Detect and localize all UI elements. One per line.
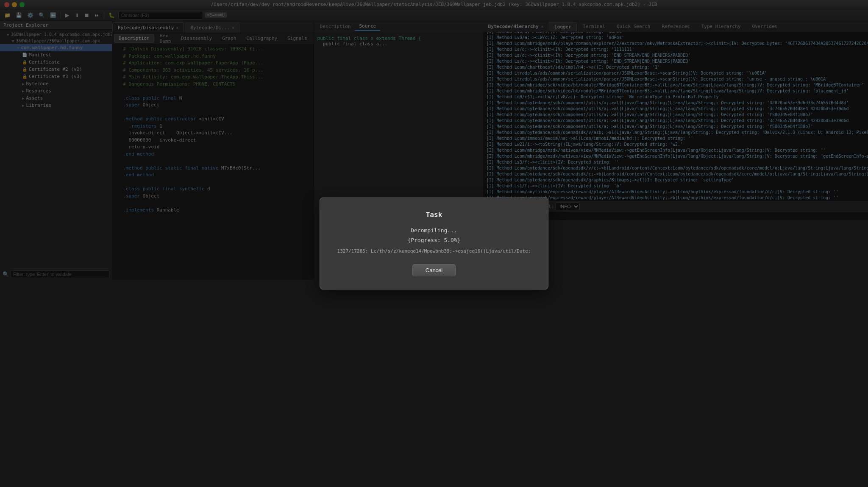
modal-status: Decompiling... (337, 227, 531, 234)
modal-progress: {Progress: 5.0%} (337, 237, 531, 243)
modal-overlay: Task Decompiling... {Progress: 5.0%} 132… (0, 0, 868, 487)
task-modal: Task Decompiling... {Progress: 5.0%} 132… (320, 198, 548, 289)
modal-title: Task (337, 211, 531, 219)
modal-cancel-button[interactable]: Cancel (412, 264, 456, 276)
modal-detail: 1327/17285: Lc/th/s/z/kuneqo14/Mpqwbnb39… (337, 248, 531, 254)
